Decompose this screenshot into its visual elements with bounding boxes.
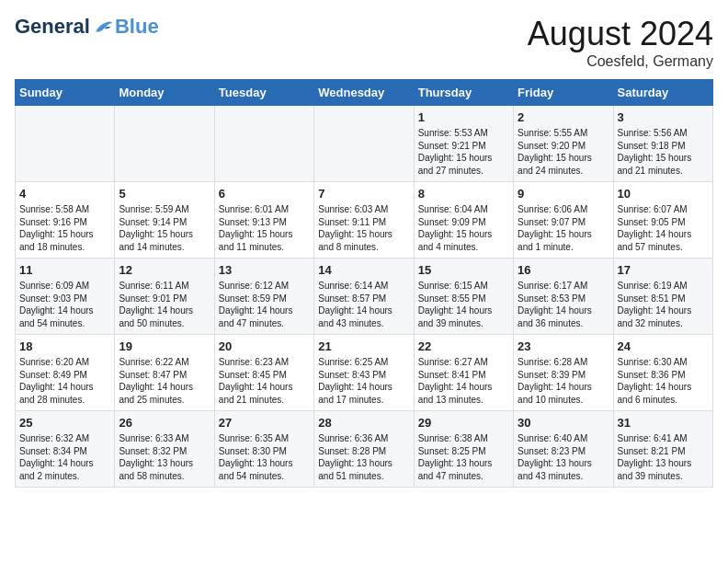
day-number: 7	[318, 187, 409, 201]
calendar-cell: 3Sunrise: 5:56 AMSunset: 9:18 PMDaylight…	[613, 106, 712, 182]
day-info: Sunset: 9:20 PM	[518, 140, 609, 153]
calendar-cell: 22Sunrise: 6:27 AMSunset: 8:41 PMDayligh…	[414, 335, 513, 411]
calendar-cell: 13Sunrise: 6:12 AMSunset: 8:59 PMDayligh…	[214, 259, 313, 335]
day-info: and 11 minutes.	[219, 241, 310, 254]
calendar-cell: 23Sunrise: 6:28 AMSunset: 8:39 PMDayligh…	[514, 335, 613, 411]
day-info: Sunrise: 6:12 AM	[219, 280, 310, 293]
day-number: 2	[518, 110, 609, 124]
day-number: 18	[19, 339, 110, 353]
day-info: Daylight: 14 hours	[219, 381, 310, 394]
day-info: Sunrise: 6:36 AM	[318, 432, 409, 445]
day-info: Sunset: 9:21 PM	[418, 140, 509, 153]
day-info: Sunrise: 6:07 AM	[618, 203, 709, 216]
day-info: Sunrise: 6:28 AM	[518, 356, 609, 369]
day-info: Daylight: 15 hours	[618, 152, 709, 165]
day-info: Sunrise: 5:53 AM	[418, 127, 509, 140]
day-info: Daylight: 15 hours	[219, 228, 310, 241]
day-info: Sunrise: 6:15 AM	[418, 280, 509, 293]
day-info: Sunset: 8:30 PM	[219, 445, 310, 458]
day-info: and 32 minutes.	[618, 317, 709, 330]
day-number: 15	[418, 263, 509, 277]
logo-text: General Blue	[15, 15, 159, 39]
calendar-cell: 19Sunrise: 6:22 AMSunset: 8:47 PMDayligh…	[115, 335, 214, 411]
day-info: Sunset: 8:45 PM	[219, 369, 310, 382]
title-block: August 2024 Coesfeld, Germany	[528, 15, 713, 70]
day-info: Daylight: 15 hours	[418, 152, 509, 165]
day-info: Daylight: 14 hours	[618, 228, 709, 241]
day-info: and 21 minutes.	[618, 165, 709, 178]
logo-general: General	[15, 15, 90, 39]
calendar-cell: 26Sunrise: 6:33 AMSunset: 8:32 PMDayligh…	[115, 411, 214, 488]
calendar-cell: 20Sunrise: 6:23 AMSunset: 8:45 PMDayligh…	[214, 335, 313, 411]
day-info: and 43 minutes.	[518, 470, 609, 483]
weekday-header-wednesday: Wednesday	[314, 80, 414, 106]
day-info: Sunset: 8:23 PM	[518, 445, 609, 458]
day-info: and 24 minutes.	[518, 165, 609, 178]
calendar-cell: 14Sunrise: 6:14 AMSunset: 8:57 PMDayligh…	[314, 259, 414, 335]
calendar-cell: 29Sunrise: 6:38 AMSunset: 8:25 PMDayligh…	[414, 411, 513, 488]
day-info: and 8 minutes.	[318, 241, 409, 254]
day-info: Sunrise: 6:38 AM	[418, 432, 509, 445]
day-number: 8	[418, 187, 509, 201]
day-info: Sunrise: 5:58 AM	[19, 203, 110, 216]
day-info: Sunset: 8:21 PM	[618, 445, 709, 458]
calendar-cell: 10Sunrise: 6:07 AMSunset: 9:05 PMDayligh…	[613, 182, 712, 259]
day-info: Sunrise: 6:11 AM	[119, 280, 210, 293]
day-number: 23	[518, 339, 609, 353]
day-info: Daylight: 14 hours	[318, 304, 409, 317]
day-info: and 39 minutes.	[418, 317, 509, 330]
day-info: Sunset: 8:53 PM	[518, 293, 609, 305]
calendar-week-0: 1Sunrise: 5:53 AMSunset: 9:21 PMDaylight…	[16, 106, 713, 182]
day-info: Sunrise: 6:33 AM	[119, 432, 210, 445]
calendar-cell: 4Sunrise: 5:58 AMSunset: 9:16 PMDaylight…	[16, 182, 115, 259]
calendar-header-row: SundayMondayTuesdayWednesdayThursdayFrid…	[16, 80, 713, 106]
calendar-week-3: 18Sunrise: 6:20 AMSunset: 8:49 PMDayligh…	[16, 335, 713, 411]
day-number: 24	[618, 339, 709, 353]
weekday-header-tuesday: Tuesday	[214, 80, 313, 106]
day-info: Sunset: 8:47 PM	[119, 369, 210, 382]
day-info: Sunset: 8:57 PM	[318, 293, 409, 305]
weekday-header-friday: Friday	[514, 80, 613, 106]
day-info: and 57 minutes.	[618, 241, 709, 254]
day-info: Daylight: 14 hours	[119, 304, 210, 317]
day-info: and 36 minutes.	[518, 317, 609, 330]
day-info: and 47 minutes.	[219, 317, 310, 330]
day-info: Daylight: 14 hours	[518, 304, 609, 317]
day-info: Sunrise: 6:06 AM	[518, 203, 609, 216]
calendar-cell	[16, 106, 115, 182]
day-info: Sunset: 9:03 PM	[19, 293, 110, 305]
day-info: and 25 minutes.	[119, 394, 210, 407]
day-number: 14	[318, 263, 409, 277]
day-info: Sunrise: 6:04 AM	[418, 203, 509, 216]
logo-blue: Blue	[115, 15, 159, 39]
day-info: Daylight: 13 hours	[318, 457, 409, 470]
calendar-cell: 31Sunrise: 6:41 AMSunset: 8:21 PMDayligh…	[613, 411, 712, 488]
day-info: Sunrise: 6:14 AM	[318, 280, 409, 293]
calendar-cell: 27Sunrise: 6:35 AMSunset: 8:30 PMDayligh…	[214, 411, 313, 488]
calendar-cell	[115, 106, 214, 182]
calendar-cell: 18Sunrise: 6:20 AMSunset: 8:49 PMDayligh…	[16, 335, 115, 411]
day-info: Sunrise: 6:23 AM	[219, 356, 310, 369]
day-number: 17	[618, 263, 709, 277]
day-info: Sunrise: 6:01 AM	[219, 203, 310, 216]
day-info: and 2 minutes.	[19, 470, 110, 483]
day-info: and 1 minute.	[518, 241, 609, 254]
day-info: Daylight: 14 hours	[219, 304, 310, 317]
calendar-table: SundayMondayTuesdayWednesdayThursdayFrid…	[15, 79, 713, 488]
day-number: 4	[19, 187, 110, 201]
day-info: and 47 minutes.	[418, 470, 509, 483]
day-info: Sunset: 8:41 PM	[418, 369, 509, 382]
day-number: 9	[518, 187, 609, 201]
day-info: and 21 minutes.	[219, 394, 310, 407]
day-info: Sunset: 8:39 PM	[518, 369, 609, 382]
day-number: 30	[518, 416, 609, 430]
day-info: and 10 minutes.	[518, 394, 609, 407]
day-info: Daylight: 15 hours	[318, 228, 409, 241]
day-number: 13	[219, 263, 310, 277]
calendar-week-4: 25Sunrise: 6:32 AMSunset: 8:34 PMDayligh…	[16, 411, 713, 488]
day-info: Sunrise: 6:20 AM	[19, 356, 110, 369]
day-info: Daylight: 15 hours	[119, 228, 210, 241]
day-info: Sunrise: 6:03 AM	[318, 203, 409, 216]
page-header: General Blue August 2024 Coesfeld, Germa…	[15, 15, 713, 70]
calendar-cell: 24Sunrise: 6:30 AMSunset: 8:36 PMDayligh…	[613, 335, 712, 411]
